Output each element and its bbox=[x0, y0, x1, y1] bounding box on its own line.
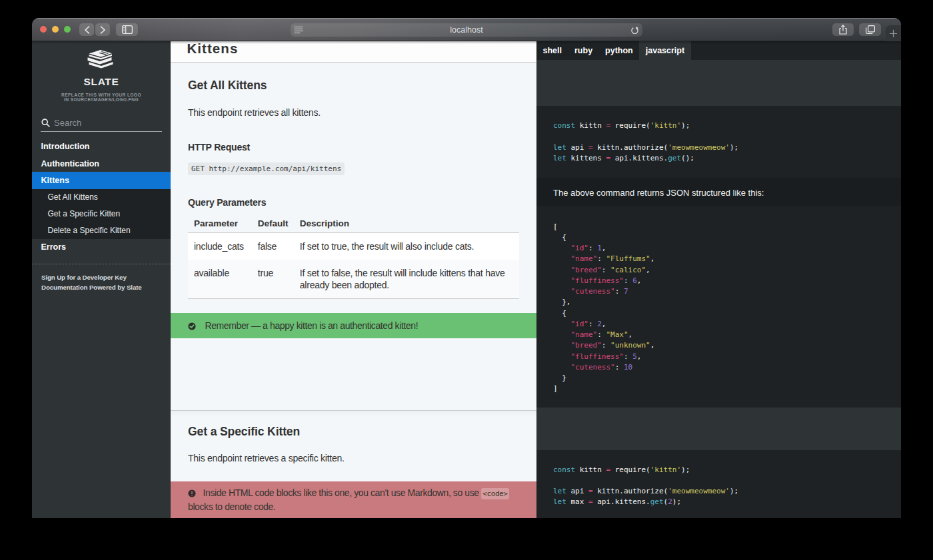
sidebar-item-delete-a-specific-kitten[interactable]: Delete a Specific Kitten bbox=[32, 222, 171, 239]
code-line: } bbox=[553, 373, 884, 384]
section-get-all-kittens: Get All Kittens This endpoint retrieves … bbox=[171, 78, 536, 299]
reload-icon[interactable] bbox=[630, 26, 639, 35]
code-line: let api = kittn.authorize('meowmeowmeow'… bbox=[553, 142, 884, 153]
success-callout: Remember — a happy kitten is an authenti… bbox=[171, 313, 536, 338]
table-cell: available bbox=[188, 260, 252, 299]
plus-icon bbox=[890, 30, 897, 37]
language-tab-ruby[interactable]: ruby bbox=[568, 41, 599, 60]
titlebar[interactable]: localhost bbox=[32, 18, 901, 41]
traffic-lights bbox=[32, 18, 71, 41]
code-line: [ bbox=[553, 222, 884, 232]
language-tab-python[interactable]: python bbox=[599, 41, 640, 60]
section-get-a-specific-kitten: Get a Specific Kitten This endpoint retr… bbox=[171, 410, 536, 465]
table-header-row: ParameterDefaultDescription bbox=[188, 215, 519, 233]
new-tab-button[interactable] bbox=[886, 25, 901, 41]
table-header: Parameter bbox=[188, 215, 252, 233]
code-line: "fluffiness": 5, bbox=[553, 352, 884, 362]
code-line: "cuteness": 7 bbox=[553, 286, 884, 297]
logo-title: SLATE bbox=[32, 76, 171, 88]
check-circle-icon bbox=[188, 322, 196, 330]
code-panel-spacer bbox=[536, 60, 901, 106]
share-button[interactable] bbox=[832, 23, 854, 36]
inline-code: <code> bbox=[481, 488, 508, 499]
language-selector: shellrubypythonjavascript bbox=[536, 41, 901, 60]
search-box[interactable] bbox=[41, 117, 162, 132]
endpoint-code: GET http://example.com/api/kittens bbox=[188, 162, 345, 175]
table-cell: false bbox=[252, 233, 294, 260]
code-line: "name": "Fluffums", bbox=[553, 254, 884, 264]
table-cell: true bbox=[252, 260, 294, 299]
sidebar-footer-link[interactable]: Documentation Powered by Slate bbox=[41, 282, 171, 292]
code-line: "id": 1, bbox=[553, 243, 884, 254]
code-line: let kittens = api.kittens.get(); bbox=[553, 153, 884, 164]
table-cell: If set to true, the result will also inc… bbox=[294, 233, 519, 260]
search-icon bbox=[41, 119, 50, 127]
table-header: Description bbox=[294, 215, 519, 233]
logo-subtitle-line2: IN SOURCE/IMAGES/LOGO.PNG bbox=[32, 97, 171, 102]
section-heading-get-a-specific-kitten: Get a Specific Kitten bbox=[188, 424, 519, 439]
warning-callout-text: Inside HTML code blocks like this one, y… bbox=[188, 487, 509, 512]
code-line: const kittn = require('kittn'); bbox=[553, 121, 884, 131]
endpoint-code-row: GET http://example.com/api/kittens bbox=[188, 162, 519, 175]
sidebar-divider bbox=[32, 264, 171, 264]
section-paragraph: This endpoint retrieves all kittens. bbox=[188, 107, 519, 119]
chevron-left-icon bbox=[84, 26, 90, 34]
code-sample-get-specific: const kittn = require('kittn'); let api … bbox=[536, 450, 901, 519]
code-examples-panel: shellrubypythonjavascript const kittn = … bbox=[536, 41, 901, 518]
warning-callout: Inside HTML code blocks like this one, y… bbox=[171, 481, 536, 519]
code-sample-get-all: const kittn = require('kittn'); let api … bbox=[536, 106, 901, 178]
code-line: "breed": "calico", bbox=[553, 265, 884, 276]
back-button[interactable] bbox=[79, 23, 94, 36]
search-input[interactable] bbox=[54, 118, 154, 128]
json-response-sample: [ { "id": 1, "name": "Fluffums", "breed"… bbox=[536, 206, 901, 408]
sidebar-toggle-button[interactable] bbox=[116, 23, 138, 36]
logo-subtitle: REPLACE THIS WITH YOUR LOGO IN SOURCE/IM… bbox=[32, 93, 171, 103]
code-line: "fluffiness": 6, bbox=[553, 276, 884, 286]
address-bar[interactable]: localhost bbox=[291, 23, 642, 37]
url-text: localhost bbox=[291, 25, 642, 35]
code-line: let api = kittn.authorize('meowmeowmeow'… bbox=[553, 486, 884, 497]
forward-button[interactable] bbox=[95, 23, 110, 36]
browser-window: localhost bbox=[32, 18, 901, 518]
sidebar-item-errors[interactable]: Errors bbox=[32, 239, 171, 256]
code-line: "breed": "unknown", bbox=[553, 340, 884, 351]
show-all-tabs-button[interactable] bbox=[859, 23, 881, 36]
code-line: "id": 2, bbox=[553, 319, 884, 330]
code-line: { bbox=[553, 308, 884, 319]
code-panel-spacer bbox=[536, 408, 901, 450]
logo-subtitle-line1: REPLACE THIS WITH YOUR LOGO bbox=[32, 93, 171, 97]
section2-paragraph: This endpoint retrieves a specific kitte… bbox=[188, 452, 519, 465]
sidebar-item-get-all-kittens[interactable]: Get All Kittens bbox=[32, 189, 171, 206]
zoom-button[interactable] bbox=[64, 26, 71, 33]
table-body: include_catsfalseIf set to true, the res… bbox=[188, 233, 519, 299]
code-line: { bbox=[553, 232, 884, 243]
code-line: let max = api.kittens.get(2); bbox=[553, 497, 884, 507]
sidebar-item-get-a-specific-kitten[interactable]: Get a Specific Kitten bbox=[32, 206, 171, 222]
language-tab-javascript[interactable]: javascript bbox=[639, 41, 690, 60]
sidebar-footer-link[interactable]: Sign Up for a Developer Key bbox=[41, 272, 171, 282]
share-icon bbox=[839, 25, 847, 35]
language-tab-shell[interactable]: shell bbox=[536, 41, 568, 60]
doc-content: Kittens Get All Kittens This endpoint re… bbox=[171, 41, 536, 518]
sidebar-item-kittens[interactable]: Kittens bbox=[32, 172, 171, 188]
query-parameters-heading: Query Parameters bbox=[188, 196, 519, 209]
sidebar-item-authentication[interactable]: Authentication bbox=[32, 155, 171, 172]
code-line: "name": "Max", bbox=[553, 330, 884, 340]
success-callout-text: Remember — a happy kitten is an authenti… bbox=[205, 320, 419, 331]
tabs-overview-icon bbox=[866, 25, 875, 34]
logo: SLATE REPLACE THIS WITH YOUR LOGO IN SOU… bbox=[32, 41, 171, 103]
minimize-button[interactable] bbox=[52, 26, 59, 33]
exclamation-circle-icon bbox=[188, 489, 196, 497]
code-annotation: The above command returns JSON structure… bbox=[536, 178, 901, 206]
sidebar-footer: Sign Up for a Developer KeyDocumentation… bbox=[32, 272, 171, 292]
chevron-right-icon bbox=[100, 26, 106, 34]
close-button[interactable] bbox=[40, 26, 47, 33]
sidebar-item-introduction[interactable]: Introduction bbox=[32, 139, 171, 155]
table-cell: include_cats bbox=[188, 233, 252, 260]
table-row: availabletrueIf set to false, the result… bbox=[188, 260, 519, 299]
code-line bbox=[553, 475, 884, 486]
table-header: Default bbox=[252, 215, 294, 233]
table-row: include_catsfalseIf set to true, the res… bbox=[188, 233, 519, 260]
sidebar-nav: IntroductionAuthenticationKittensGet All… bbox=[32, 139, 171, 256]
code-line: }, bbox=[553, 297, 884, 308]
